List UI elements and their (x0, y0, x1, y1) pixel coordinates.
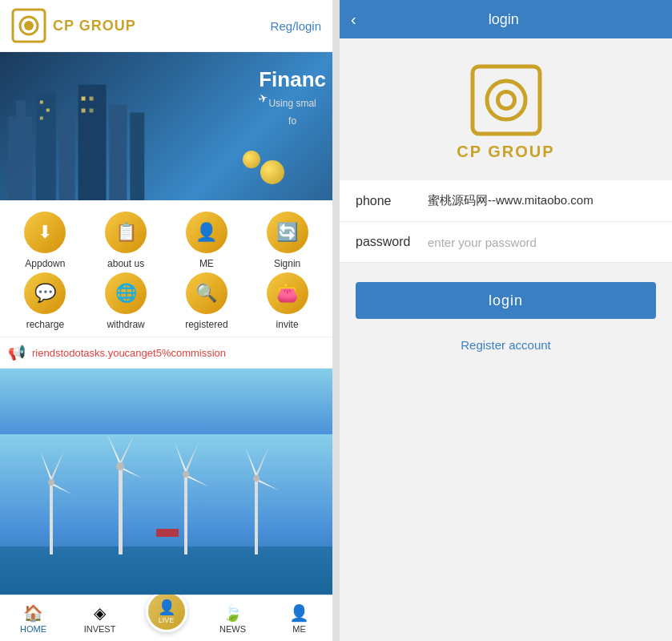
svg-rect-12 (46, 108, 50, 111)
banner-coin1 (260, 160, 284, 184)
withdraw-label: withdraw (107, 319, 144, 330)
invest-icon: ◈ (94, 603, 106, 623)
icon-invite[interactable]: 👛 invite (248, 272, 326, 330)
svg-point-34 (183, 471, 189, 478)
windmill-svg (0, 369, 332, 595)
right-logo-icon (470, 64, 542, 136)
registered-icon: 🔍 (186, 272, 227, 314)
panel-divider (332, 0, 340, 641)
register-account-link[interactable]: Register account (461, 338, 551, 352)
right-panel: ‹ login CP GROUP phone 蜜桃源码网--www.mitaob… (340, 0, 672, 641)
svg-rect-5 (16, 101, 26, 117)
notice-bar: 📢 riendstodotasks.youcanget5%commission (0, 337, 332, 369)
content-image (0, 369, 332, 595)
nav-me-label: ME (292, 624, 306, 634)
speaker-icon: 📢 (8, 344, 26, 361)
banner: Financ Using smal fo ✈ (0, 52, 332, 200)
news-icon: 🍃 (223, 603, 243, 623)
left-header: CP GROUP Reg/login (0, 0, 332, 52)
home-icon: 🏠 (23, 603, 43, 623)
password-row: password (340, 222, 672, 263)
appdown-label: Appdown (25, 258, 65, 269)
phone-label: phone (356, 194, 428, 208)
icon-withdraw[interactable]: 🌐 withdraw (87, 272, 165, 330)
recharge-label: recharge (26, 319, 64, 330)
svg-rect-40 (156, 529, 179, 537)
svg-rect-14 (82, 97, 86, 101)
svg-rect-30 (184, 474, 187, 554)
appdown-icon: ⬇ (24, 212, 66, 253)
icon-signin[interactable]: 🔄 Signin (248, 212, 326, 269)
icon-grid: ⬇ Appdown 📋 about us 👤 ME 🔄 Signin 💬 rec… (0, 200, 332, 337)
register-link-wrap: Register account (340, 332, 672, 359)
live-button[interactable]: 👤 LIVE (146, 591, 187, 632)
nav-invest[interactable]: ◈ INVEST (66, 603, 133, 634)
about-icon: 📋 (105, 212, 147, 253)
nav-me[interactable]: 👤 ME (266, 603, 332, 634)
svg-rect-11 (40, 101, 43, 104)
back-button[interactable]: ‹ (351, 10, 356, 29)
svg-rect-35 (255, 478, 258, 554)
notice-text: riendstodotasks.youcanget5%commission (32, 347, 226, 359)
svg-rect-10 (130, 112, 144, 200)
reg-login-button[interactable]: Reg/login (271, 19, 321, 33)
icon-appdown[interactable]: ⬇ Appdown (6, 212, 84, 269)
login-form: phone 蜜桃源码网--www.mitaobo.com password (340, 180, 672, 263)
invite-icon: 👛 (267, 272, 308, 314)
live-icon: 👤 (158, 599, 175, 616)
svg-rect-9 (109, 104, 127, 200)
invite-label: invite (276, 319, 299, 330)
nav-live[interactable]: 👤 LIVE (133, 605, 199, 632)
nav-home[interactable]: 🏠 HOME (0, 603, 66, 634)
recharge-icon: 💬 (24, 272, 66, 314)
logo-icon-left (11, 8, 46, 43)
login-button[interactable]: login (356, 282, 656, 319)
icon-me[interactable]: 👤 ME (168, 212, 246, 269)
invest-label: INVEST (84, 624, 116, 634)
right-logo-area: CP GROUP (340, 38, 672, 180)
withdraw-icon: 🌐 (105, 272, 147, 314)
password-input[interactable] (428, 236, 656, 249)
svg-point-44 (500, 94, 513, 107)
city-svg (0, 52, 199, 200)
news-label: NEWS (219, 624, 246, 634)
svg-rect-17 (90, 108, 94, 112)
me-icon: 👤 (186, 212, 227, 253)
me-label: ME (199, 258, 214, 269)
svg-rect-7 (59, 108, 75, 200)
banner-sub2: fo (259, 115, 326, 127)
svg-rect-4 (8, 116, 32, 200)
svg-rect-8 (78, 85, 107, 200)
login-header: ‹ login (340, 0, 672, 38)
svg-rect-13 (40, 116, 43, 119)
logo-area: CP GROUP (11, 8, 136, 43)
icon-recharge[interactable]: 💬 recharge (6, 272, 84, 330)
icon-registered[interactable]: 🔍 registered (168, 272, 246, 330)
banner-finance: Financ (259, 68, 326, 91)
registered-label: registered (185, 319, 227, 330)
password-label: password (356, 235, 428, 249)
svg-rect-25 (119, 466, 123, 554)
svg-rect-16 (82, 108, 86, 112)
svg-rect-15 (90, 97, 94, 101)
phone-row: phone 蜜桃源码网--www.mitaobo.com (340, 180, 672, 222)
about-label: about us (107, 258, 144, 269)
live-label: LIVE (159, 616, 175, 624)
logo-text-left: CP GROUP (53, 18, 136, 34)
svg-point-29 (116, 462, 124, 470)
svg-rect-6 (36, 93, 56, 200)
login-button-wrap: login (340, 263, 672, 332)
svg-point-2 (24, 21, 34, 30)
signin-icon: 🔄 (267, 212, 308, 253)
bottom-nav: 🏠 HOME ◈ INVEST 👤 LIVE 🍃 NEWS 👤 ME (0, 595, 332, 641)
banner-coin2 (243, 151, 260, 168)
nav-me-icon: 👤 (289, 603, 309, 623)
icon-about[interactable]: 📋 about us (87, 212, 165, 269)
nav-news[interactable]: 🍃 NEWS (199, 603, 266, 634)
left-panel: CP GROUP Reg/login Financ Usin (0, 0, 332, 641)
login-header-title: login (366, 11, 661, 28)
signin-label: Signin (274, 258, 300, 269)
right-logo-text: CP GROUP (457, 143, 554, 161)
phone-value: 蜜桃源码网--www.mitaobo.com (428, 193, 594, 208)
banner-overlay: Financ Using smal fo (259, 68, 326, 127)
